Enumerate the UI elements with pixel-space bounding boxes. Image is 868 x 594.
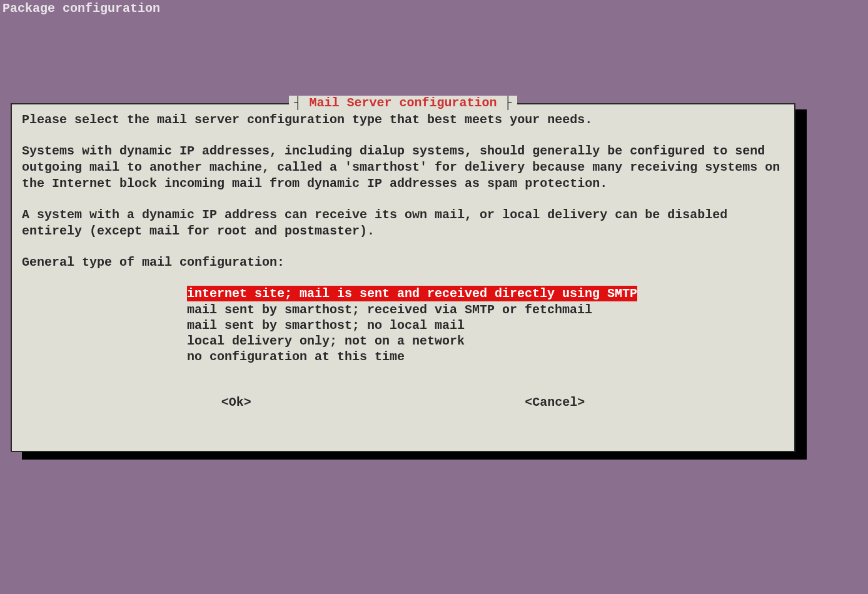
option-smarthost-no-local[interactable]: mail sent by smarthost; no local mail xyxy=(187,318,784,333)
cancel-button[interactable]: <Cancel> xyxy=(525,395,585,411)
option-no-config[interactable]: no configuration at this time xyxy=(187,349,784,365)
option-internet-site[interactable]: internet site; mail is sent and received… xyxy=(187,286,637,301)
config-prompt: General type of mail configuration: xyxy=(22,254,784,271)
options-list: internet site; mail is sent and received… xyxy=(187,286,784,365)
intro-paragraph-3: A system with a dynamic IP address can r… xyxy=(22,207,784,239)
dialog-content: Please select the mail server configurat… xyxy=(12,104,794,418)
dialog-title-bar: Mail Server configuration xyxy=(12,96,794,110)
ok-button[interactable]: <Ok> xyxy=(221,395,251,411)
dialog-title: Mail Server configuration xyxy=(289,96,517,110)
button-row: <Ok> <Cancel> xyxy=(22,395,784,411)
intro-paragraph-2: Systems with dynamic IP addresses, inclu… xyxy=(22,143,784,192)
option-smarthost-fetchmail[interactable]: mail sent by smarthost; received via SMT… xyxy=(187,302,784,318)
mail-config-dialog: Mail Server configuration Please select … xyxy=(11,103,795,452)
screen-header: Package configuration xyxy=(0,0,868,17)
header-title: Package configuration xyxy=(3,1,160,16)
option-local-only[interactable]: local delivery only; not on a network xyxy=(187,333,784,349)
intro-paragraph-1: Please select the mail server configurat… xyxy=(22,112,784,128)
